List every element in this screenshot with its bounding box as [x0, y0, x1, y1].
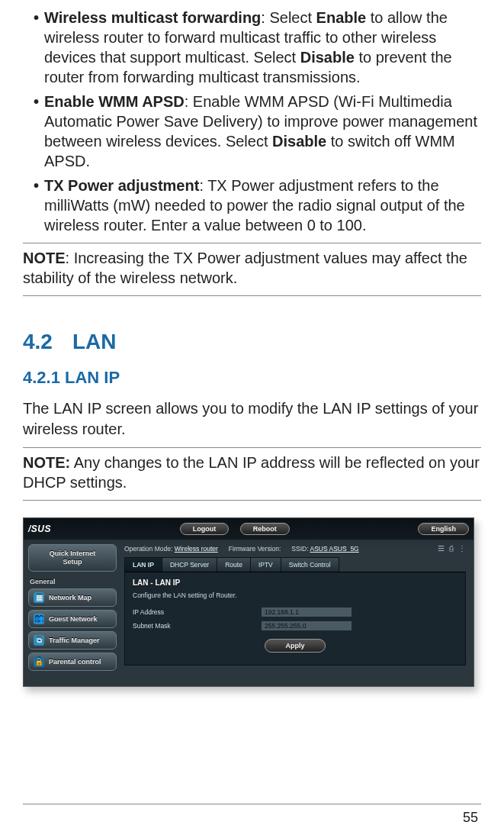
note-label: NOTE:	[23, 454, 70, 471]
separator	[23, 500, 481, 501]
router-tabs: LAN IP DHCP Server Route IPTV Switch Con…	[124, 557, 466, 572]
form-row: Subnet Mask 255.255.255.0	[133, 620, 457, 631]
paragraph: The LAN IP screen allows you to modify t…	[23, 398, 481, 440]
ssid-link[interactable]: ASUS ASUS_5G	[310, 545, 358, 553]
tab-lan-ip[interactable]: LAN IP	[124, 557, 162, 572]
status-icon: ☰	[438, 544, 445, 553]
bullet-title: TX Power adjustment	[44, 177, 199, 194]
separator	[23, 243, 481, 243]
sidebar-item-guest-network[interactable]: 👥 Guest Network	[28, 610, 117, 628]
lan-ip-panel: LAN - LAN IP Configure the LAN setting o…	[124, 572, 466, 666]
status-icon: ⋮	[458, 544, 466, 553]
bullet-marker: •	[34, 176, 44, 235]
panel-title: LAN - LAN IP	[133, 579, 457, 587]
network-map-icon: ▦	[34, 592, 44, 603]
subnet-mask-label: Subnet Mask	[133, 622, 261, 630]
bullet-text: Wireless multicast forwarding: Select En…	[44, 8, 481, 87]
tab-route[interactable]: Route	[217, 557, 251, 572]
ip-address-label: IP Address	[133, 608, 261, 616]
reboot-button[interactable]: Reboot	[240, 523, 290, 535]
page-number: 55	[463, 810, 478, 826]
separator	[23, 447, 481, 448]
tab-switch-control[interactable]: Switch Control	[281, 557, 339, 572]
sidebar-item-label: Parental control	[49, 658, 101, 666]
logout-button[interactable]: Logout	[180, 523, 230, 535]
bullet-marker: •	[34, 92, 44, 171]
bullet-title: Enable WMM APSD	[44, 93, 185, 110]
sidebar-item-traffic-manager[interactable]: ⧉ Traffic Manager	[28, 631, 117, 649]
note-body: Any changes to the LAN IP address will b…	[23, 454, 480, 491]
note-body: : Increasing the TX Power adjustment val…	[23, 250, 467, 286]
note-label: NOTE	[23, 250, 66, 266]
status-icon: ⎙	[449, 544, 454, 553]
router-topbar: /SUS Logout Reboot English	[24, 518, 474, 540]
asus-logo: /SUS	[28, 524, 51, 534]
bullet-item: • Wireless multicast forwarding: Select …	[34, 8, 481, 87]
separator	[23, 295, 481, 296]
apply-button[interactable]: Apply	[265, 639, 325, 653]
footer-rule	[23, 804, 481, 804]
router-sidebar: Quick Internet Setup General ▦ Network M…	[24, 540, 121, 686]
bullet-item: • TX Power adjustment: TX Power adjustme…	[34, 176, 481, 235]
router-main: Operation Mode: Wireless router Firmware…	[121, 540, 474, 686]
sidebar-item-label: Network Map	[49, 594, 91, 601]
subsection-heading: 4.2.1 LAN IP	[23, 368, 481, 388]
sidebar-item-parental-control[interactable]: 🔒 Parental control	[28, 653, 117, 671]
sidebar-section-label: General	[30, 578, 115, 585]
ip-address-input[interactable]: 192.168.1.1	[261, 607, 352, 617]
note-block: NOTE: Increasing the TX Power adjustment…	[23, 248, 481, 288]
bullet-text: TX Power adjustment: TX Power adjustment…	[44, 176, 481, 235]
router-ui: /SUS Logout Reboot English Quick Interne…	[23, 517, 474, 687]
traffic-manager-icon: ⧉	[34, 635, 44, 646]
guest-network-icon: 👥	[34, 614, 44, 624]
sidebar-item-network-map[interactable]: ▦ Network Map	[28, 588, 117, 607]
language-select[interactable]: English	[418, 523, 469, 535]
panel-subtitle: Configure the LAN setting of Router.	[133, 591, 457, 599]
subnet-mask-input[interactable]: 255.255.255.0	[261, 620, 352, 631]
sidebar-item-label: Traffic Manager	[49, 637, 100, 644]
sidebar-item-label: Guest Network	[49, 615, 98, 623]
quick-internet-setup-button[interactable]: Quick Internet Setup	[28, 544, 117, 572]
bullet-list: • Wireless multicast forwarding: Select …	[23, 8, 481, 235]
bullet-item: • Enable WMM APSD: Enable WMM APSD (Wi-F…	[34, 92, 481, 171]
section-heading: 4.2LAN	[23, 330, 481, 354]
form-row: IP Address 192.168.1.1	[133, 607, 457, 617]
opmode-link[interactable]: Wireless router	[175, 545, 218, 553]
bullet-marker: •	[34, 8, 44, 87]
router-infobar: Operation Mode: Wireless router Firmware…	[124, 544, 466, 553]
tab-dhcp-server[interactable]: DHCP Server	[162, 557, 217, 572]
bullet-text: Enable WMM APSD: Enable WMM APSD (Wi-Fi …	[44, 92, 481, 171]
bullet-title: Wireless multicast forwarding	[44, 9, 261, 26]
tab-iptv[interactable]: IPTV	[250, 557, 281, 572]
parental-control-icon: 🔒	[34, 656, 44, 667]
note-block: NOTE: Any changes to the LAN IP address …	[23, 453, 481, 492]
